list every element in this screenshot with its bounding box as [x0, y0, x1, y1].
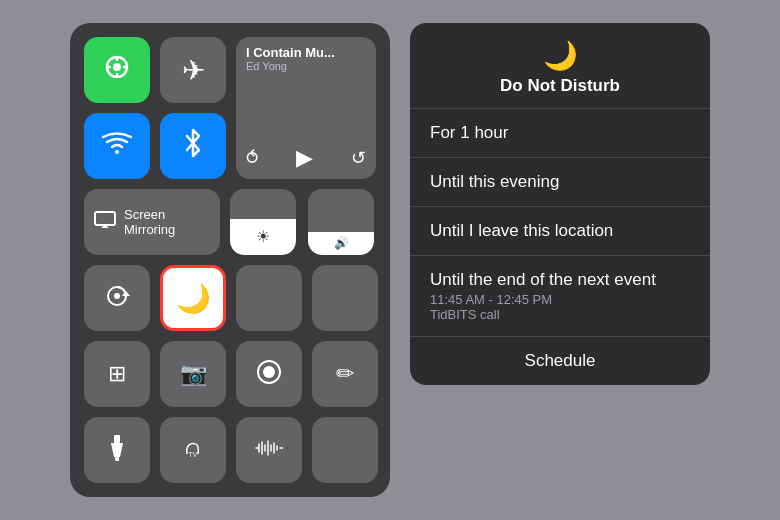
media-title: I Contain Mu... [246, 45, 366, 60]
screen-record-button[interactable] [236, 341, 302, 407]
left-buttons: ✈ [84, 37, 226, 179]
svg-rect-7 [95, 212, 115, 225]
dnd-option-leave-location-label: Until I leave this location [430, 221, 690, 241]
dnd-option-1-hour-label: For 1 hour [430, 123, 690, 143]
waveform-button[interactable] [236, 417, 302, 483]
dnd-option-leave-location[interactable]: Until I leave this location [410, 207, 710, 256]
main-container: ✈ [50, 3, 730, 517]
svg-point-10 [114, 293, 120, 299]
svg-point-12 [263, 366, 275, 378]
brightness-fill: ☀ [230, 219, 296, 255]
dnd-option-next-event[interactable]: Until the end of the next event 11:45 AM… [410, 256, 710, 337]
svg-text:TV: TV [189, 451, 198, 458]
media-info: I Contain Mu... Ed Yong [246, 45, 366, 72]
empty-last-button[interactable] [312, 417, 378, 483]
dnd-menu: 🌙 Do Not Disturb For 1 hour Until this e… [410, 23, 710, 385]
dnd-moon-icon: 🌙 [176, 282, 211, 315]
top-section: ✈ [84, 37, 376, 179]
media-artist: Ed Yong [246, 60, 366, 72]
control-center-panel: ✈ [70, 23, 390, 497]
brightness-slider[interactable]: ☀ [230, 189, 296, 255]
dnd-header-moon-icon: 🌙 [543, 39, 578, 72]
rotation-lock-icon [104, 283, 130, 313]
volume-slider[interactable]: 🔊 [308, 189, 374, 255]
dnd-option-this-evening-label: Until this evening [430, 172, 690, 192]
notes-icon: ✏ [336, 361, 354, 387]
media-controls: ⥀ ▶ ↺ [246, 145, 366, 171]
volume-fill: 🔊 [308, 232, 374, 255]
camera-icon: 📷 [180, 361, 207, 387]
play-icon[interactable]: ▶ [296, 145, 313, 171]
screen-record-icon [256, 359, 282, 389]
bluetooth-button[interactable] [160, 113, 226, 179]
svg-point-6 [115, 150, 119, 154]
camera-button[interactable]: 📷 [160, 341, 226, 407]
dnd-schedule-button[interactable]: Schedule [410, 337, 710, 385]
svg-rect-14 [115, 457, 119, 461]
cellular-button[interactable] [84, 37, 150, 103]
cellular-icon [102, 52, 132, 89]
dnd-option-this-evening[interactable]: Until this evening [410, 158, 710, 207]
dnd-option-next-event-label: Until the end of the next event [430, 270, 690, 290]
dnd-schedule-label: Schedule [525, 351, 596, 370]
dnd-option-next-event-sub: 11:45 AM - 12:45 PMTidBITS call [430, 292, 690, 322]
svg-marker-9 [122, 291, 130, 296]
empty-button-1[interactable] [236, 265, 302, 331]
flashlight-button[interactable] [84, 417, 150, 483]
volume-icon: 🔊 [334, 236, 349, 250]
airplane-icon: ✈ [182, 54, 205, 87]
bluetooth-icon [183, 128, 203, 165]
airplane-button[interactable]: ✈ [160, 37, 226, 103]
dnd-option-1-hour[interactable]: For 1 hour [410, 109, 710, 158]
screen-mirror-button[interactable]: Screen Mirroring [84, 189, 220, 255]
waveform-icon [255, 438, 283, 462]
forward-icon[interactable]: ↺ [351, 147, 366, 169]
media-player: I Contain Mu... Ed Yong ⥀ ▶ ↺ [236, 37, 376, 179]
empty-button-2[interactable] [312, 265, 378, 331]
calculator-icon: ⊞ [108, 361, 126, 387]
wifi-icon [102, 130, 132, 163]
dnd-menu-title: Do Not Disturb [500, 76, 620, 96]
wifi-button[interactable] [84, 113, 150, 179]
rewind-icon[interactable]: ⥀ [246, 147, 258, 169]
screen-mirror-icon [94, 211, 116, 234]
dnd-header: 🌙 Do Not Disturb [410, 23, 710, 109]
appletv-icon: TV [179, 438, 207, 461]
rotation-lock-button[interactable] [84, 265, 150, 331]
appletv-button[interactable]: TV [160, 417, 226, 483]
dnd-button[interactable]: 🌙 [160, 265, 226, 331]
svg-point-1 [113, 63, 121, 71]
brightness-icon: ☀ [256, 227, 270, 246]
calculator-button[interactable]: ⊞ [84, 341, 150, 407]
svg-rect-13 [114, 435, 120, 443]
screen-mirror-label: Screen Mirroring [124, 207, 210, 237]
flashlight-icon [110, 435, 124, 465]
notes-button[interactable]: ✏ [312, 341, 378, 407]
